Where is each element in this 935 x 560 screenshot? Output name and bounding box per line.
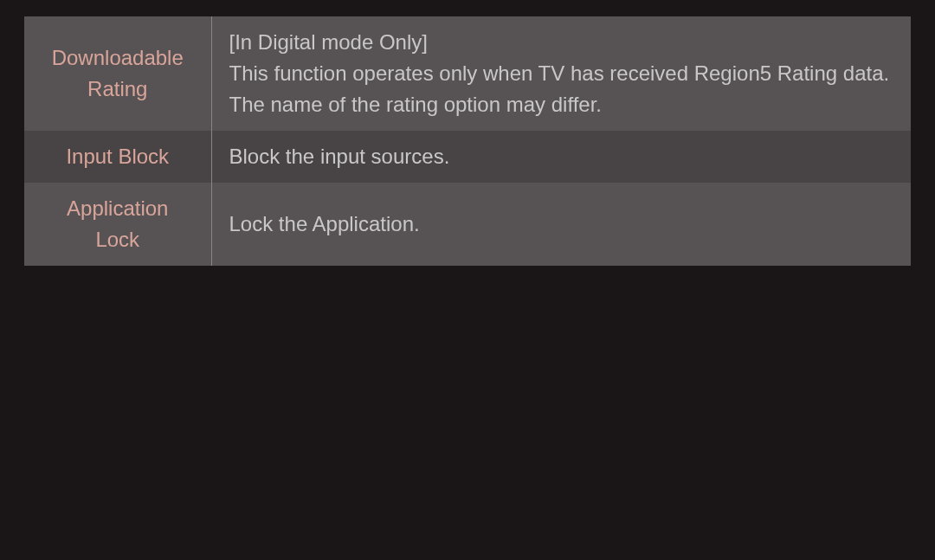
row-label-downloadable-rating: DownloadableRating (24, 16, 211, 131)
row-desc-input-block: Block the input sources. (211, 131, 911, 183)
settings-table: DownloadableRating [In Digital mode Only… (24, 16, 911, 266)
table-row[interactable]: DownloadableRating [In Digital mode Only… (24, 16, 911, 131)
row-desc-application-lock: Lock the Application. (211, 183, 911, 266)
table-row[interactable]: Input Block Block the input sources. (24, 131, 911, 183)
row-label-input-block: Input Block (24, 131, 211, 183)
row-desc-downloadable-rating: [In Digital mode Only]This function oper… (211, 16, 911, 131)
table-row[interactable]: ApplicationLock Lock the Application. (24, 183, 911, 266)
row-label-application-lock: ApplicationLock (24, 183, 211, 266)
